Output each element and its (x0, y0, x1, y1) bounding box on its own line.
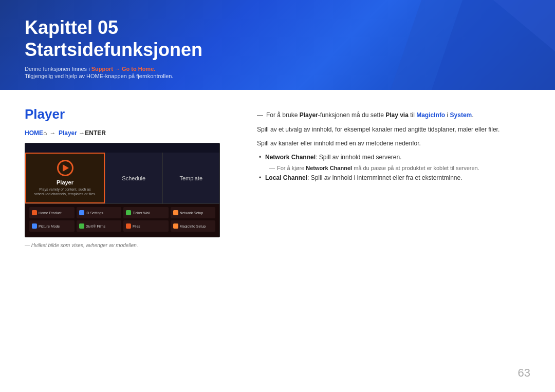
list-item: Network Channel: Spill av innhold med se… (257, 153, 530, 162)
header-banner: Kapittel 05 Startsidefunksjonen Denne fu… (0, 0, 555, 90)
body-text-1: Spill av et utvalg av innhold, for eksem… (257, 125, 530, 135)
left-column: Player HOME⌂ → Player →ENTER Player Play… (25, 106, 240, 248)
grid-icon (79, 210, 84, 215)
mockup-menu-row: Player Plays variety of content, such as… (25, 153, 219, 204)
grid-icon (173, 210, 178, 215)
note-line: ― For å bruke Player-funksjonen må du se… (257, 110, 530, 120)
right-column: ― For å bruke Player-funksjonen må du se… (257, 106, 530, 248)
mockup-top-bar (25, 143, 219, 153)
grid-icon (32, 223, 37, 229)
play-triangle (63, 164, 69, 172)
grid-cell-text: DivX® Films (86, 225, 106, 228)
mockup-schedule-tile: Schedule (105, 153, 163, 203)
grid-cell-text: Network Setup (180, 211, 203, 215)
grid-row-1: Home Product ID Settings Ticker Wall Net… (29, 207, 215, 218)
grid-cell-text: Home Product (39, 211, 62, 215)
header-subtitle: Denne funksjonen finnes i Support → Go t… (25, 66, 530, 72)
mockup-bottom-grid: Home Product ID Settings Ticker Wall Net… (25, 204, 219, 237)
player-tile-label: Player (57, 179, 73, 185)
grid-icon (79, 223, 84, 229)
player-tile-sublabel: Plays variety of content, such as schedu… (32, 187, 98, 196)
grid-row-2: Picture Mode DivX® Films Files MagicInfo… (29, 220, 215, 232)
grid-cell: Ticker Wall (123, 207, 169, 218)
template-label: Template (179, 175, 202, 181)
chapter-title: Kapittel 05 Startsidefunksjonen (25, 16, 530, 61)
ui-mockup: Player Plays variety of content, such as… (25, 143, 220, 237)
grid-cell: MagicInfo Setup (171, 220, 216, 232)
body-text-2: Spill av kanaler eller innhold med en av… (257, 139, 530, 148)
grid-cell-text: Files (133, 225, 140, 228)
grid-cell-text: Ticker Wall (133, 211, 150, 215)
grid-cell-text: MagicInfo Setup (180, 225, 206, 228)
page-number: 63 (518, 366, 530, 380)
list-item: Local Channel: Spill av innhold i intern… (257, 173, 530, 183)
breadcrumb: HOME⌂ → Player →ENTER (25, 129, 240, 137)
grid-cell: Network Setup (171, 207, 216, 218)
grid-cell: Files (123, 220, 169, 232)
grid-cell: ID Settings (77, 207, 122, 218)
schedule-label: Schedule (122, 175, 145, 181)
grid-cell: DivX® Films (77, 220, 122, 232)
grid-icon (126, 223, 131, 229)
mockup-template-tile: Template (163, 153, 220, 203)
grid-cell-text: ID Settings (86, 211, 103, 215)
grid-cell: Picture Mode (29, 220, 75, 232)
caption-text: ― Hvilket bilde som vises, avhenger av m… (25, 242, 240, 248)
play-icon (57, 160, 73, 176)
header-subtitle2: Tilgjengelig ved hjelp av HOME-knappen p… (25, 73, 530, 79)
mockup-player-tile: Player Plays variety of content, such as… (25, 153, 105, 203)
grid-icon (173, 223, 178, 229)
main-content: Player HOME⌂ → Player →ENTER Player Play… (0, 90, 555, 265)
sub-note: ― For å kjøre Network Channel må du pass… (257, 165, 530, 171)
bullet-list: Network Channel: Spill av innhold med se… (257, 153, 530, 182)
grid-icon (126, 210, 131, 215)
section-title: Player (25, 106, 240, 122)
grid-cell-text: Picture Mode (39, 225, 60, 228)
support-link: Support → Go to Home. (91, 66, 156, 72)
grid-cell: Home Product (29, 207, 75, 218)
grid-icon (32, 210, 37, 215)
